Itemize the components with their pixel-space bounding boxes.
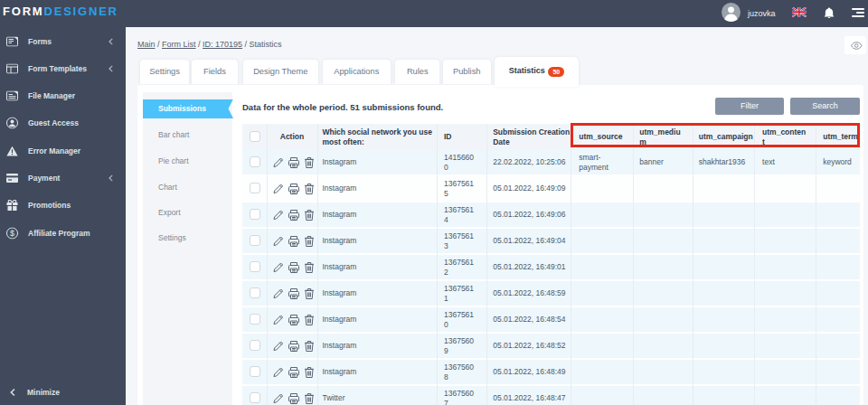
- svg-text:$: $: [10, 229, 14, 238]
